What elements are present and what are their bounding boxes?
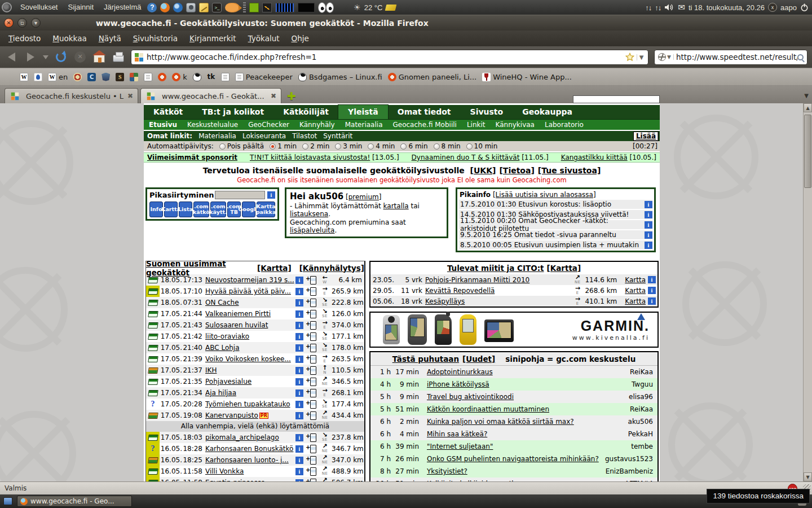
notes-applet-icon[interactable] [199, 3, 209, 12]
quick-jump-input[interactable] [215, 191, 265, 199]
info-icon[interactable]: i [295, 299, 303, 306]
sponsor-link[interactable]: Dynaaminen duo T & S kiittävät [412, 154, 520, 161]
bookmark-item[interactable] [193, 73, 201, 81]
fish-applet-icon[interactable] [225, 3, 240, 12]
send-to-phone-icon[interactable] [306, 310, 317, 318]
bookmark-item[interactable] [130, 73, 138, 81]
help-icon[interactable] [147, 3, 157, 12]
panel-menu-sijainnit[interactable]: Sijainnit [63, 0, 98, 15]
sub-nav-laboratorio[interactable]: Laboratorio [540, 120, 589, 130]
send-to-phone-icon[interactable] [306, 400, 317, 408]
back-button[interactable] [3, 49, 19, 65]
url-dropdown-icon[interactable]: ▼ [637, 54, 646, 60]
main-nav-sivusto[interactable]: Sivusto [461, 105, 513, 119]
stop-button[interactable] [72, 49, 88, 65]
radio-icon[interactable] [466, 143, 473, 150]
info-icon[interactable]: i [295, 412, 303, 419]
network-updown-icon2[interactable]: ↑↓ [655, 3, 661, 12]
tab-close-icon[interactable] [271, 92, 276, 100]
bookmark-item[interactable]: Gnomen paneeli, Li... [388, 73, 477, 81]
new-tab-button[interactable] [287, 89, 296, 103]
window-minimize-icon[interactable] [31, 18, 41, 28]
network-monitor-graph-icon[interactable] [275, 3, 294, 12]
thunderbird-launcher-icon[interactable] [173, 3, 183, 12]
bookmark-item[interactable] [87, 73, 96, 81]
search-input[interactable]: http://www.speedtest.net/result/8 [676, 52, 797, 62]
info-icon[interactable]: i [295, 378, 303, 386]
quick-jump-button[interactable]: .com kätkö [193, 202, 209, 217]
meets-map-link[interactable]: [Kartta] [547, 264, 581, 273]
send-to-phone-icon[interactable] [306, 344, 317, 352]
bookmark-star-icon[interactable] [625, 52, 634, 62]
main-nav-omat-tiedot[interactable]: Omat tiedot [388, 105, 461, 119]
bookmark-item[interactable] [207, 73, 215, 81]
main-nav-geokauppa[interactable]: Geokauppa [513, 105, 582, 119]
menu-työkalut[interactable]: Työkalut [245, 32, 283, 45]
forum-title-link[interactable]: Tästä puhutaan [392, 354, 459, 364]
send-to-phone-icon[interactable] [306, 366, 317, 374]
meet-map-link[interactable]: Kartta [625, 297, 646, 305]
distro-menu-icon[interactable] [2, 2, 12, 12]
cache-name-link[interactable]: Neuvostoarmeijan 319 s... [205, 276, 294, 284]
info-icon[interactable]: i [295, 445, 303, 453]
meet-name-link[interactable]: Pohjois-Pirkanmaan Miitti 2010 [425, 276, 529, 284]
sub-nav-geocache-fi-mobiili[interactable]: Geocache.fi Mobiili [388, 120, 462, 130]
send-to-phone-icon[interactable] [306, 378, 317, 386]
bookmark-item[interactable]: Peacekeeper [235, 73, 293, 81]
sponsor-link[interactable]: T!N!T kiittää loistavasta sivustosta! [250, 154, 370, 161]
panel-menu-järjestelmä[interactable]: Järjestelmä [99, 0, 145, 15]
cache-name-link[interactable]: Pohjavesialue [205, 378, 251, 386]
sub-nav-linkit[interactable]: Linkit [462, 120, 491, 130]
welcome-link[interactable]: [Tue sivustoa] [538, 166, 601, 175]
eyes-applet-icon[interactable] [318, 2, 334, 12]
greeting-link[interactable]: lisäpalveluita [290, 226, 334, 234]
bookmark-item[interactable] [116, 73, 124, 81]
cache-name-link[interactable]: Villi Vonkka [205, 467, 244, 475]
own-link-materiaalia[interactable]: Materiaalia [198, 132, 236, 140]
meets-title-link[interactable]: Tulevat miitit ja CITO:t [447, 264, 544, 273]
send-to-phone-icon[interactable] [306, 287, 317, 295]
vertical-scrollbar[interactable] [803, 103, 812, 481]
info-icon[interactable]: i [295, 367, 303, 374]
garmin-ad-banner[interactable]: GARMIN. www.kivenalla.fi [369, 312, 659, 348]
quick-jump-button[interactable]: Kartta paikka [257, 202, 275, 217]
send-to-phone-icon[interactable] [306, 321, 317, 329]
cache-name-link[interactable]: liito-oraviako [205, 332, 249, 340]
send-to-phone-icon[interactable] [306, 389, 317, 397]
terminal-launcher-icon[interactable] [212, 3, 222, 12]
radio-option[interactable]: Pois päältä [219, 142, 264, 150]
info-icon[interactable]: i [645, 231, 652, 239]
monitor-blank-icon[interactable] [298, 3, 315, 12]
cache-name-link[interactable]: Työmiehen tupakkatauko [205, 400, 290, 408]
cache-name-link[interactable]: Karhonsaaren Bonuskätkö [205, 445, 293, 453]
history-dropdown-button[interactable] [42, 49, 50, 65]
info-icon[interactable]: i [295, 344, 303, 352]
greeting-link[interactable]: listauksena [290, 210, 328, 218]
search-go-icon[interactable] [797, 54, 804, 60]
welcome-link[interactable]: [Tietoa] [499, 166, 534, 175]
tab-geocache-active[interactable]: www.geocache.fi - Geokät... [140, 88, 281, 103]
bookmark-item[interactable] [221, 73, 230, 81]
scroll-down-icon[interactable] [804, 472, 812, 481]
more-button[interactable]: Lisää [633, 132, 659, 141]
url-text[interactable]: http://www.geocache.fi/index.php?refresh… [147, 52, 625, 62]
sub-nav-k-nnyh-ly[interactable]: Kännyhäly [294, 120, 340, 130]
send-to-phone-icon[interactable] [306, 276, 317, 284]
scroll-up-icon[interactable] [804, 103, 812, 112]
cache-name-link[interactable]: Karhonsaaren luonto- j... [205, 456, 289, 464]
cache-name-link[interactable]: pikomala_archipelago [205, 433, 279, 441]
tab-keskustelu[interactable]: Geocache.fi keskustelu • L... [5, 88, 138, 103]
bookmark-item[interactable] [144, 73, 152, 81]
session-indicator-icon[interactable] [768, 3, 777, 12]
window-maximize-icon[interactable] [17, 18, 27, 28]
info-icon[interactable]: i [295, 468, 303, 475]
own-link-lokiseuranta[interactable]: Lokiseuranta [242, 132, 286, 140]
info-icon[interactable]: i [648, 276, 656, 283]
quick-jump-button[interactable]: Google [242, 202, 255, 217]
search-engine-icon[interactable] [658, 53, 666, 61]
menu-sivuhistoria[interactable]: Sivuhistoria [130, 32, 181, 45]
forward-button[interactable] [23, 49, 38, 65]
cache-name-link[interactable]: Hyvää päivää yötä päiv... [205, 287, 291, 295]
info-icon[interactable]: i [295, 277, 303, 284]
send-to-phone-icon[interactable] [306, 411, 317, 419]
